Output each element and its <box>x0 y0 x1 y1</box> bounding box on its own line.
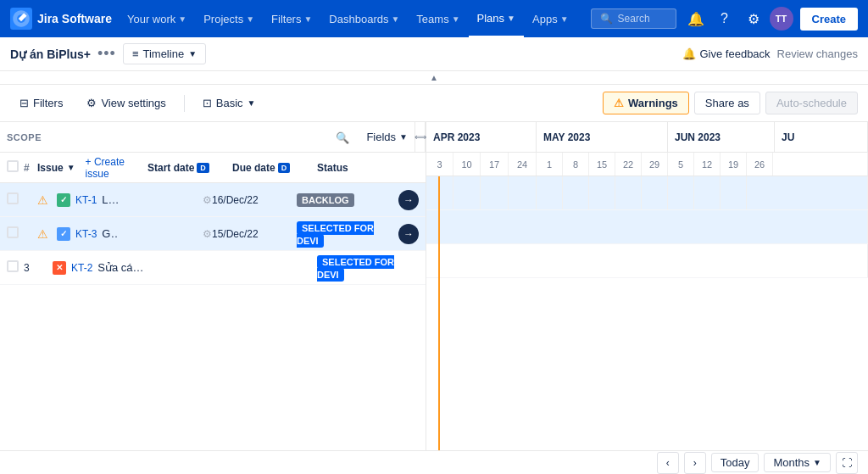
resize-handle[interactable]: ⟺ <box>415 122 426 152</box>
timeline-button[interactable]: ≡ Timeline ▼ <box>123 43 206 64</box>
d-badge: D <box>197 163 209 173</box>
nav-projects[interactable]: Projects ▼ <box>195 0 263 37</box>
issue-content: ⚠ ✓ KT-3 Gửi thông tin trao đổi... <box>37 227 118 241</box>
scope-search-button[interactable]: 🔍 <box>332 127 353 148</box>
gear-icon[interactable]: ⚙ <box>203 194 212 206</box>
row-checkbox[interactable] <box>7 192 19 204</box>
issue-type-icon: ✕ <box>53 261 66 275</box>
warning-icon: ⚠ <box>614 97 624 109</box>
nav-plans[interactable]: Plans ▼ <box>469 0 524 37</box>
chevron-up-icon: ▲ <box>430 73 438 82</box>
nav-apps[interactable]: Apps ▼ <box>524 0 577 37</box>
select-all-checkbox[interactable] <box>7 160 19 172</box>
issue-title: Sửa các lỗi website <box>97 261 147 274</box>
col-num: # <box>24 162 37 174</box>
create-issue-button[interactable]: + Create issue <box>86 156 147 180</box>
warnings-button[interactable]: ⚠ Warnings <box>603 92 689 114</box>
chevron-down-icon: ▼ <box>391 14 399 24</box>
month-apr: APR 2023 <box>426 122 537 152</box>
table-row: 3 ✕ KT-2 Sửa các lỗi website SELECTED FO… <box>0 251 426 285</box>
column-headers: # Issue ▼ + Create issue Start date D Du… <box>0 153 426 183</box>
gantt-cell <box>747 176 868 209</box>
fullscreen-button[interactable]: ⛶ <box>836 452 858 474</box>
col-start-date-header: Start date D <box>147 162 232 174</box>
main-content: SCOPE 🔍 Fields ▼ ⟺ # Issue ▼ + Create is… <box>0 122 868 450</box>
months-button[interactable]: Months ▼ <box>764 453 831 472</box>
gantt-day: 15 <box>589 153 615 176</box>
gear-icon[interactable]: ⚙ <box>203 228 212 240</box>
review-changes-button[interactable]: Review changes <box>777 47 858 60</box>
app-logo[interactable]: Jira Software <box>10 8 112 30</box>
issue-key[interactable]: KT-3 <box>75 228 97 240</box>
issue-status: BACKLOG <box>297 193 398 206</box>
toolbar: ⊟ Filters ⚙ View settings ⊡ Basic ▼ ⚠ Wa… <box>0 85 868 122</box>
gantt-day: 3 <box>426 153 453 176</box>
issue-key[interactable]: KT-2 <box>71 262 92 274</box>
col-status-header: Status <box>317 162 419 174</box>
gantt-day: 17 <box>481 153 509 176</box>
issue-due-date: 16/Dec/22 <box>212 194 297 206</box>
gantt-cell <box>426 176 453 209</box>
collapse-handle[interactable]: ▲ <box>0 71 868 85</box>
give-feedback-button[interactable]: 🔔 Give feedback <box>682 47 771 60</box>
share-as-button[interactable]: Share as <box>694 92 760 114</box>
gantt-day <box>773 153 868 176</box>
gantt-cell <box>537 176 563 209</box>
row-checkbox[interactable] <box>7 260 19 272</box>
chevron-down-icon: ▼ <box>507 14 515 23</box>
toolbar-separator <box>184 95 185 112</box>
issue-arrow-button[interactable]: → <box>398 224 419 244</box>
next-button[interactable]: › <box>684 452 706 474</box>
gantt-day: 12 <box>694 153 721 176</box>
notifications-icon[interactable]: 🔔 <box>683 6 709 31</box>
col-due-date-header: Due date D <box>232 162 317 174</box>
gantt-cell <box>642 176 668 209</box>
gantt-row <box>426 176 868 210</box>
search-input[interactable]: 🔍 Search <box>591 8 676 29</box>
gantt-day-header: 3 10 17 24 1 8 15 22 29 5 12 19 26 <box>426 153 868 176</box>
gantt-month-header: APR 2023 MAY 2023 JUN 2023 JU <box>426 122 868 153</box>
row-checkbox[interactable] <box>7 226 19 238</box>
issue-arrow-button[interactable]: → <box>398 190 419 210</box>
issue-type-icon: ✓ <box>57 227 70 241</box>
gantt-cell <box>589 176 615 209</box>
search-icon: 🔍 <box>336 131 349 144</box>
filter-icon: ⊟ <box>19 97 29 109</box>
nav-your-work[interactable]: Your work ▼ <box>119 0 195 37</box>
chevron-down-icon: ▼ <box>399 132 408 142</box>
gantt-cell <box>509 176 537 209</box>
issue-list: ⚠ ✓ KT-1 Làm kế hoạch ⚙ 16/Dec/22 BACKLO… <box>0 183 426 450</box>
auto-schedule-button[interactable]: Auto-schedule <box>765 92 858 114</box>
nav-teams[interactable]: Teams ▼ <box>408 0 468 37</box>
view-settings-button[interactable]: ⚙ View settings <box>77 92 175 114</box>
avatar[interactable]: TT <box>770 7 793 31</box>
issue-key[interactable]: KT-1 <box>75 194 97 206</box>
issue-due-date: 15/Dec/22 <box>212 228 297 240</box>
nav-dashboards[interactable]: Dashboards ▼ <box>320 0 408 37</box>
gantt-panel: APR 2023 MAY 2023 JUN 2023 JU 3 10 17 24… <box>426 122 868 450</box>
month-jul: JU <box>775 122 868 152</box>
chevron-down-icon: ▼ <box>248 98 256 108</box>
basic-button[interactable]: ⊡ Basic ▼ <box>193 92 265 114</box>
settings-icon[interactable]: ⚙ <box>741 6 766 31</box>
chevron-down-icon: ▼ <box>303 14 312 24</box>
main-nav: Your work ▼ Projects ▼ Filters ▼ Dashboa… <box>119 0 577 37</box>
prev-button[interactable]: ‹ <box>657 452 679 474</box>
gantt-day: 29 <box>642 153 668 176</box>
issue-title: Gửi thông tin trao đổi... <box>102 227 118 240</box>
sort-icon[interactable]: ▼ <box>67 163 75 172</box>
create-button[interactable]: Create <box>800 8 858 31</box>
project-more-button[interactable]: ••• <box>97 45 116 63</box>
filters-button[interactable]: ⊟ Filters <box>10 92 72 114</box>
gantt-body <box>426 176 868 450</box>
fields-button[interactable]: Fields ▼ <box>359 122 415 152</box>
help-icon[interactable]: ? <box>712 6 737 31</box>
nav-icon-group: 🔔 ? ⚙ TT <box>683 6 793 31</box>
project-name: Dự án BiPlus+ <box>10 47 91 61</box>
today-button[interactable]: Today <box>711 453 760 472</box>
gantt-cell <box>426 210 868 243</box>
bottom-bar: ‹ › Today Months ▼ ⛶ <box>0 450 868 474</box>
app-name: Jira Software <box>37 12 112 25</box>
nav-filters[interactable]: Filters ▼ <box>263 0 320 37</box>
gantt-cell <box>481 176 509 209</box>
